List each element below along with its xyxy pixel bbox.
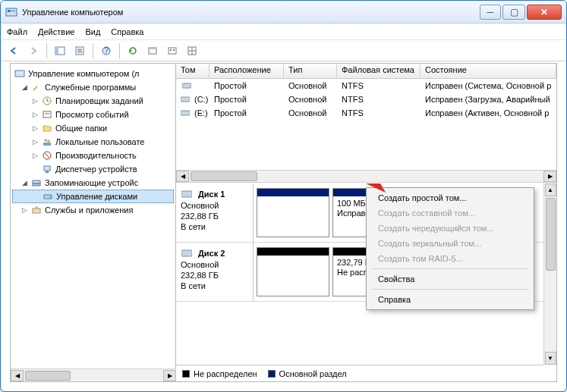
tree-services-apps[interactable]: ▷ Службы и приложения <box>12 203 174 217</box>
close-button[interactable]: ✕ <box>527 5 562 20</box>
scroll-right-button[interactable]: ▶ <box>163 370 176 381</box>
maximize-button[interactable]: ▢ <box>502 5 525 20</box>
tree-device-manager[interactable]: Диспетчер устройств <box>12 162 174 176</box>
scroll-down-button[interactable]: ▼ <box>545 352 556 365</box>
back-button[interactable] <box>5 42 22 59</box>
tree-label: Службы и приложения <box>45 205 133 215</box>
svg-rect-21 <box>43 111 51 118</box>
toolbar-button[interactable] <box>144 42 161 59</box>
toolbar-button[interactable] <box>164 42 181 59</box>
tree-label: Диспетчер устройств <box>55 165 137 174</box>
menu-separator <box>372 268 528 269</box>
svg-text:?: ? <box>104 45 109 55</box>
expand-icon[interactable]: ▷ <box>30 97 39 105</box>
volume-row[interactable]: (C:) Простой Основной NTFS Исправен (Заг… <box>176 93 556 106</box>
cell: Простой <box>209 95 284 104</box>
svg-rect-15 <box>173 49 175 51</box>
svg-marker-43 <box>366 183 386 193</box>
expand-icon[interactable]: ▷ <box>30 138 39 146</box>
expand-icon[interactable]: ▷ <box>20 206 29 214</box>
menu-view[interactable]: Вид <box>85 27 100 36</box>
annotation-arrow-icon <box>275 183 396 203</box>
volume-grid-body: Простой Основной NTFS Исправен (Система,… <box>176 79 556 170</box>
col-fs[interactable]: Файловая система <box>337 64 421 78</box>
disk-info[interactable]: Диск 2 Основной 232,88 ГБ В сети <box>176 243 254 301</box>
properties-button[interactable] <box>71 42 88 59</box>
svg-rect-4 <box>55 47 58 55</box>
scroll-thumb[interactable] <box>25 371 71 381</box>
col-status[interactable]: Состояние <box>421 64 556 78</box>
menu-properties[interactable]: Свойства <box>369 271 531 287</box>
expand-icon[interactable]: ▷ <box>30 111 39 118</box>
cell: NTFS <box>337 108 421 118</box>
expand-icon[interactable]: ▷ <box>30 124 39 132</box>
tree-system-tools[interactable]: ◢ Служебные программы <box>12 80 174 94</box>
menu-help[interactable]: Справка <box>111 27 143 36</box>
menu-action[interactable]: Действие <box>38 27 74 36</box>
menu-create-mirror-volume: Создать зеркальный том... <box>369 236 531 251</box>
disk-name: Диск 1 <box>198 189 225 199</box>
minimize-button[interactable]: ─ <box>480 5 501 20</box>
menu-file[interactable]: Файл <box>7 27 27 36</box>
tree-task-scheduler[interactable]: ▷ Планировщик заданий <box>12 94 174 108</box>
refresh-button[interactable] <box>124 42 141 59</box>
tree-performance[interactable]: ▷ Производительность <box>12 149 174 162</box>
volume-icon <box>181 93 190 105</box>
volume-block[interactable] <box>257 247 329 296</box>
collapse-icon[interactable]: ◢ <box>20 83 29 91</box>
svg-point-34 <box>49 196 51 198</box>
cell: Простой <box>209 108 284 118</box>
svg-rect-12 <box>149 48 156 49</box>
titlebar[interactable]: Управление компьютером ─ ▢ ✕ <box>1 1 566 24</box>
users-icon <box>41 136 53 148</box>
volume-row[interactable]: (E:) Простой Основной NTFS Исправен (Акт… <box>176 106 556 120</box>
tree-label: Управление компьютером (л <box>28 69 140 78</box>
toolbar-divider <box>119 43 120 58</box>
forward-button[interactable] <box>25 42 42 59</box>
help-button[interactable]: ? <box>98 42 115 59</box>
tree-storage[interactable]: ◢ Запоминающие устройс <box>12 176 174 190</box>
tree-local-users[interactable]: ▷ Локальные пользовате <box>12 135 174 149</box>
scroll-up-button[interactable]: ▲ <box>545 183 556 196</box>
scroll-right-button[interactable]: ▶ <box>543 171 556 182</box>
scroll-left-button[interactable]: ◀ <box>176 171 189 182</box>
collapse-icon[interactable]: ◢ <box>20 179 29 187</box>
svg-rect-37 <box>182 83 191 88</box>
tree-h-scrollbar[interactable]: ◀ ▶ <box>11 368 176 381</box>
col-layout[interactable]: Расположение <box>209 64 284 78</box>
scroll-thumb[interactable] <box>546 198 556 271</box>
disk-icon <box>181 247 193 259</box>
cell: Основной <box>284 108 337 118</box>
disk-info[interactable]: Диск 1 Основной 232,88 ГБ В сети <box>176 183 254 242</box>
disk-type: Основной <box>181 200 248 211</box>
svg-rect-14 <box>170 49 172 51</box>
tree-shared-folders[interactable]: ▷ Общие папки <box>12 121 174 135</box>
disk-v-scrollbar[interactable]: ▲ ▼ <box>543 183 556 365</box>
tree-event-viewer[interactable]: ▷ Просмотр событий <box>12 108 174 121</box>
expand-icon[interactable]: ▷ <box>30 152 39 159</box>
svg-line-42 <box>290 183 378 185</box>
volume-row[interactable]: Простой Основной NTFS Исправен (Система,… <box>176 79 556 93</box>
disk-icon <box>181 188 193 200</box>
menu-help[interactable]: Справка <box>369 292 531 307</box>
disk-size: 232,88 ГБ <box>181 270 248 281</box>
col-volume[interactable]: Том <box>176 64 209 78</box>
storage-icon <box>30 177 43 189</box>
disk-type: Основной <box>181 259 248 270</box>
cell: (E:) <box>194 108 208 118</box>
svg-rect-13 <box>169 48 176 54</box>
svg-rect-29 <box>44 166 50 171</box>
toolbar-button[interactable] <box>184 42 200 59</box>
tree-label: Производительность <box>55 151 137 160</box>
svg-rect-32 <box>33 183 40 186</box>
scroll-thumb[interactable] <box>191 171 257 181</box>
col-type[interactable]: Тип <box>284 64 337 78</box>
svg-rect-41 <box>181 250 192 256</box>
svg-rect-19 <box>15 71 24 77</box>
clock-icon <box>41 95 53 107</box>
grid-h-scrollbar[interactable]: ◀ ▶ <box>176 170 556 183</box>
tree-disk-management[interactable]: Управление дисками <box>12 190 174 203</box>
tree-root[interactable]: Управление компьютером (л <box>12 67 174 80</box>
scroll-left-button[interactable]: ◀ <box>11 370 24 381</box>
show-hide-tree-button[interactable] <box>52 42 68 59</box>
